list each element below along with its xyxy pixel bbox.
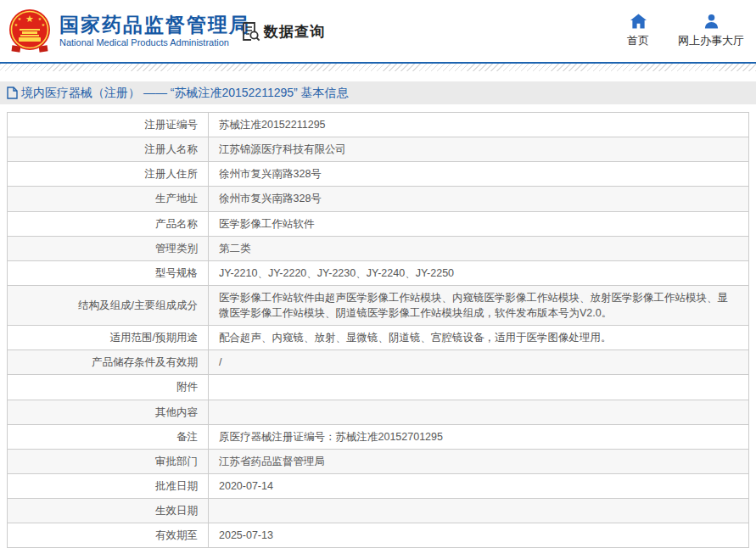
table-row: 产品储存条件及有效期/ [8, 350, 749, 375]
table-row: 生产地址徐州市复兴南路328号 [8, 187, 749, 211]
header: ★ ★ ★ ★ ★ 国家药品监督管理局 National Medical Pro… [0, 0, 756, 62]
home-icon [630, 14, 647, 29]
info-table-body: 注册证编号苏械注准20152211295注册人名称江苏锦源医疗科技有限公司注册人… [8, 113, 749, 548]
table-row: 产品名称医学影像工作站软件 [8, 211, 749, 236]
table-row: 注册人名称江苏锦源医疗科技有限公司 [8, 137, 749, 162]
row-value: 医学影像工作站软件 [209, 211, 749, 236]
document-search-icon [240, 21, 260, 42]
title-block: 国家药品监督管理局 National Medical Products Admi… [59, 14, 250, 48]
row-label: 注册人住所 [8, 162, 209, 187]
row-label-text: 注册人住所 [145, 168, 199, 180]
row-label-text: 备注 [176, 431, 198, 443]
row-label: 备注 [8, 424, 209, 449]
table-row: 注册证编号苏械注准20152211295 [8, 113, 749, 137]
row-label: 批准日期 [8, 473, 209, 498]
row-label-text: 产品储存条件及有效期 [92, 356, 198, 368]
header-nav-right: 首页 网上办事大厅 [627, 14, 744, 48]
logo-group: ★ ★ ★ ★ ★ 国家药品监督管理局 National Medical Pro… [8, 8, 250, 53]
row-value: 徐州市复兴南路328号 [209, 162, 749, 187]
row-value [209, 499, 749, 523]
breadcrumb-text: 境内医疗器械（注册） —— “苏械注准20152211295” 基本信息 [21, 86, 349, 101]
row-label-text: 其他内容 [155, 406, 198, 418]
hatch-band [0, 64, 756, 71]
row-label-text: 审批部门 [155, 456, 198, 467]
table-row: 有效期至2025-07-13 [8, 523, 749, 548]
row-label: 型号规格 [8, 260, 209, 285]
person-icon [703, 14, 720, 29]
table-row: 附件 [8, 375, 749, 400]
row-label-text: 注册证编号 [145, 119, 199, 131]
row-value: 2025-07-13 [209, 523, 749, 548]
row-value: 江苏省药品监督管理局 [209, 449, 749, 473]
table-row: 适用范围/预期用途配合超声、内窥镜、放射、显微镜、阴道镜、宫腔镜设备，适用于医学… [8, 326, 749, 350]
row-value [209, 400, 749, 424]
row-value: / [209, 350, 749, 375]
row-label-text: 批准日期 [155, 480, 198, 492]
info-table: 注册证编号苏械注准20152211295注册人名称江苏锦源医疗科技有限公司注册人… [7, 112, 749, 548]
row-label: 生效日期 [8, 499, 209, 523]
row-label-text: 适用范围/预期用途 [110, 332, 198, 344]
row-value: 配合超声、内窥镜、放射、显微镜、阴道镜、宫腔镜设备，适用于医学图像处理用。 [209, 326, 749, 350]
row-label-text: 产品名称 [155, 218, 198, 230]
table-row: 结构及组成/主要组成成分医学影像工作站软件由超声医学影像工作站模块、内窥镜医学影… [8, 285, 749, 325]
nav-home[interactable]: 首页 [627, 14, 649, 48]
nav-service-hall-label: 网上办事大厅 [678, 33, 744, 48]
table-row: 管理类别第二类 [8, 236, 749, 260]
row-value: 江苏锦源医疗科技有限公司 [209, 137, 749, 162]
row-value: 徐州市复兴南路328号 [209, 187, 749, 211]
row-label: 适用范围/预期用途 [8, 326, 209, 350]
row-value [209, 375, 749, 400]
row-label: 管理类别 [8, 236, 209, 260]
row-label: 生产地址 [8, 187, 209, 211]
row-value: 原医疗器械注册证编号：苏械注准20152701295 [209, 424, 749, 449]
row-label-text: 注册人名称 [145, 143, 199, 155]
row-label: 注册证编号 [8, 113, 209, 137]
table-row: 备注原医疗器械注册证编号：苏械注准20152701295 [8, 424, 749, 449]
table-row: 批准日期2020-07-14 [8, 473, 749, 498]
row-label: 产品储存条件及有效期 [8, 350, 209, 375]
row-label-text: 有效期至 [155, 529, 198, 541]
svg-text:★: ★ [14, 22, 19, 27]
row-label: 审批部门 [8, 449, 209, 473]
table-row: 生效日期 [8, 499, 749, 523]
row-label-text: 附件 [176, 381, 198, 393]
row-label: 注册人名称 [8, 137, 209, 162]
row-label: 结构及组成/主要组成成分 [8, 285, 209, 325]
page-icon [7, 87, 18, 99]
row-value: 苏械注准20152211295 [209, 113, 749, 137]
row-value: JY-2210、JY-2220、JY-2230、JY-2240、JY-2250 [209, 260, 749, 285]
data-query-label: 数据查询 [264, 22, 325, 42]
table-row: 注册人住所徐州市复兴南路328号 [8, 162, 749, 187]
row-label-text: 结构及组成/主要组成成分 [78, 299, 198, 311]
row-value: 第二类 [209, 236, 749, 260]
table-row: 型号规格JY-2210、JY-2220、JY-2230、JY-2240、JY-2… [8, 260, 749, 285]
row-value: 2020-07-14 [209, 473, 749, 498]
nav-service-hall[interactable]: 网上办事大厅 [678, 14, 744, 48]
breadcrumb: 境内医疗器械（注册） —— “苏械注准20152211295” 基本信息 [0, 81, 756, 104]
data-query-nav[interactable]: 数据查询 [240, 21, 325, 42]
row-label: 附件 [8, 375, 209, 400]
row-value: 医学影像工作站软件由超声医学影像工作站模块、内窥镜医学影像工作站模块、放射医学影… [209, 285, 749, 325]
row-label-text: 型号规格 [155, 267, 198, 279]
table-row: 审批部门江苏省药品监督管理局 [8, 449, 749, 473]
row-label: 有效期至 [8, 523, 209, 548]
row-label: 产品名称 [8, 211, 209, 236]
row-label: 其他内容 [8, 400, 209, 424]
row-label-text: 管理类别 [155, 243, 198, 254]
info-table-wrap: 注册证编号苏械注准20152211295注册人名称江苏锦源医疗科技有限公司注册人… [7, 112, 749, 548]
table-row: 其他内容 [8, 400, 749, 424]
national-emblem-logo: ★ ★ ★ ★ ★ [8, 8, 51, 53]
site-subtitle: National Medical Products Administration [59, 37, 250, 48]
row-label-text: 生效日期 [155, 505, 198, 517]
row-label-text: 生产地址 [155, 193, 198, 204]
site-title: 国家药品监督管理局 [59, 14, 250, 36]
svg-text:★: ★ [25, 14, 34, 24]
svg-text:★: ★ [38, 16, 42, 21]
nav-home-label: 首页 [627, 33, 649, 48]
svg-text:★: ★ [42, 22, 46, 27]
svg-text:★: ★ [18, 16, 22, 21]
